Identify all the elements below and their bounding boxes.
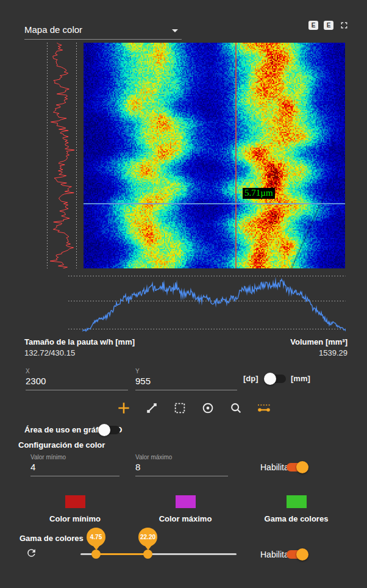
unit-toggle[interactable]	[265, 375, 286, 383]
y-input[interactable]	[135, 375, 237, 390]
magnifier-icon	[229, 401, 243, 415]
zoom-button[interactable]	[227, 399, 245, 417]
export-button-2[interactable]: E	[324, 21, 333, 30]
volume-label: Volumen [mm³]	[223, 337, 347, 346]
range-min-balloon-value: 4.75	[90, 534, 102, 540]
chevron-down-icon	[172, 29, 178, 32]
volume-value: 1539.29	[223, 348, 347, 357]
crosshair-horizontal-line	[84, 203, 345, 204]
header-icon-group: E E	[308, 20, 349, 30]
x-field-label: X	[26, 368, 128, 375]
range-enable-toggle[interactable]	[287, 550, 307, 559]
color-enable-toggle-thumb	[296, 461, 308, 473]
bottom-profile-canvas	[68, 273, 346, 332]
dashed-square-icon	[173, 401, 187, 415]
max-value-input[interactable]	[135, 461, 228, 476]
colormap-select-label: Mapa de color	[24, 24, 82, 35]
min-value-input[interactable]	[30, 461, 119, 476]
min-value-label: Valor mínimo	[30, 454, 119, 461]
width-measure-icon	[256, 402, 272, 414]
range-section-label: Gama de colores	[20, 534, 84, 543]
min-value-field: Valor mínimo	[30, 454, 119, 476]
range-min-balloon: 4.75	[87, 528, 105, 547]
pattern-size-label: Tamaño de la pauta w/h [mm]	[24, 337, 135, 346]
left-profile-canvas	[46, 43, 78, 268]
max-color-swatch-label: Color máximo	[137, 514, 234, 523]
app-root: Mapa de color E E 5.71µm Tamaño de la pa…	[0, 0, 367, 588]
refresh-icon	[26, 547, 37, 559]
y-field: Y	[135, 368, 237, 390]
select-area-button[interactable]	[171, 399, 189, 417]
line-tool-icon	[145, 401, 159, 415]
target-button[interactable]	[199, 399, 217, 417]
export-icon: E	[312, 22, 316, 29]
area-3d-toggle[interactable]	[99, 426, 120, 434]
colormap-select[interactable]: Mapa de color	[24, 23, 182, 40]
crosshair-value-label: 5.71µm	[243, 188, 275, 199]
max-color-swatch[interactable]	[176, 495, 196, 508]
tool-toolbar	[115, 399, 273, 417]
fullscreen-icon	[339, 20, 349, 30]
color-enable-toggle[interactable]	[287, 463, 307, 471]
x-input[interactable]	[26, 375, 128, 390]
unit-toggle-thumb	[264, 373, 276, 385]
range-max-balloon-value: 22.20	[140, 534, 155, 540]
refresh-button[interactable]	[26, 547, 37, 559]
area-3d-toggle-thumb	[98, 424, 110, 436]
range-color-swatch-label: Gama de colores	[248, 514, 345, 523]
crosshair-vertical-line	[235, 43, 237, 268]
range-slider-handle-max[interactable]	[143, 550, 152, 559]
export-button-1[interactable]: E	[308, 21, 318, 30]
max-value-label: Valor máximo	[135, 454, 228, 461]
plus-icon	[116, 400, 132, 416]
color-config-title: Configuración de color	[18, 440, 105, 450]
range-color-swatch[interactable]	[287, 495, 307, 508]
dp-unit-label: [dp]	[243, 374, 258, 383]
range-slider-handle-min[interactable]	[91, 550, 101, 559]
range-max-balloon: 22.20	[138, 528, 157, 547]
width-measure-button[interactable]	[255, 399, 273, 417]
mm-unit-label: [mm]	[291, 374, 310, 383]
x-field: X	[26, 368, 128, 390]
measure-line-button[interactable]	[143, 399, 161, 417]
y-field-label: Y	[135, 368, 237, 375]
pattern-size-value: 132.72/430.15	[24, 348, 75, 357]
min-color-swatch[interactable]	[65, 495, 85, 508]
add-cross-button[interactable]	[115, 399, 133, 417]
min-color-swatch-label: Color mínimo	[26, 514, 124, 523]
range-slider-active-track	[96, 553, 148, 555]
export-icon: E	[327, 22, 331, 29]
range-enable-toggle-thumb	[296, 548, 308, 561]
max-value-field: Valor máximo	[135, 454, 228, 476]
target-icon	[201, 401, 215, 415]
fullscreen-button[interactable]	[339, 20, 349, 30]
heatmap-canvas[interactable]	[84, 43, 345, 268]
